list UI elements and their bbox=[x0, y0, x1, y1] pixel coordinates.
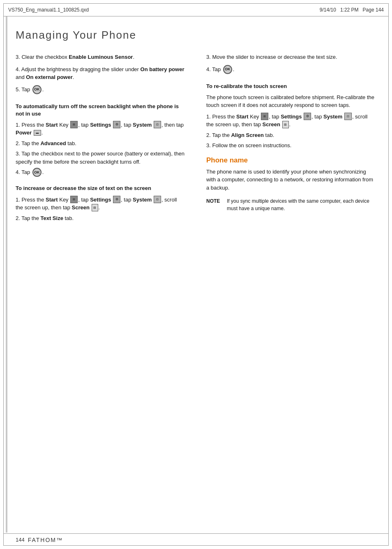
top-bar: VS750_Eng_manual1.1_100825.qxd 9/14/10 1… bbox=[3, 3, 389, 16]
left-s1-item-3: 3. Tap the checkbox next to the power so… bbox=[16, 150, 186, 166]
start-icon-2: ⊞ bbox=[70, 196, 78, 203]
phone-name-body: The phone name is used to identify your … bbox=[206, 168, 376, 192]
start-icon: ⊞ bbox=[70, 121, 78, 128]
two-column-layout: 3. Clear the checkbox Enable Luminous Se… bbox=[16, 53, 376, 225]
note-text: If you sync multiple devices with the sa… bbox=[227, 197, 376, 212]
left-column: 3. Clear the checkbox Enable Luminous Se… bbox=[16, 53, 190, 225]
settings-icon: ⚙ bbox=[113, 121, 120, 128]
section1-heading-right: To re-calibrate the touch screen bbox=[206, 83, 376, 90]
section2-heading-left: To increase or decrease the size of text… bbox=[16, 185, 186, 192]
power-icon: ▬ bbox=[34, 130, 41, 136]
page-content: Managing Your Phone 3. Clear the checkbo… bbox=[3, 16, 389, 533]
phone-name-heading: Phone name bbox=[206, 156, 376, 164]
brand-logo: FATHOM™ bbox=[28, 537, 63, 543]
right-item-4: 4. Tap OK. bbox=[206, 65, 376, 74]
ok-icon-3: OK bbox=[223, 65, 232, 74]
right-s1-item-3: 3. Follow the on screen instructions. bbox=[206, 141, 376, 150]
footer: 144 FATHOM™ bbox=[3, 533, 389, 546]
system-icon: ⊡ bbox=[154, 121, 161, 128]
left-s1-item-1: 1. Press the Start Key ⊞, tap Settings ⚙… bbox=[16, 121, 186, 137]
start-icon-3: ⊞ bbox=[261, 113, 268, 120]
right-item-3: 3. Move the slider to increase or decrea… bbox=[206, 53, 376, 61]
section1-heading-left: To automatically turn off the screen bac… bbox=[16, 103, 186, 118]
page-number: 144 bbox=[16, 537, 25, 543]
page-title: Managing Your Phone bbox=[16, 29, 376, 42]
screen-icon: ▤ bbox=[92, 204, 98, 211]
left-s2-item-1: 1. Press the Start Key ⊞, tap Settings ⚙… bbox=[16, 196, 186, 212]
left-item-3: 3. Clear the checkbox Enable Luminous Se… bbox=[16, 53, 186, 61]
right-column: 3. Move the slider to increase or decrea… bbox=[202, 53, 376, 225]
left-s1-item-4: 4. Tap OK. bbox=[16, 168, 186, 177]
date-time: 9/14/10 1:22 PM Page 144 bbox=[320, 7, 384, 13]
left-s2-item-2: 2. Tap the Text Size tab. bbox=[16, 214, 186, 222]
system-icon-2: ⊡ bbox=[154, 196, 161, 203]
right-s1-item-2: 2. Tap the Align Screen tab. bbox=[206, 131, 376, 139]
screen-icon-2: ▤ bbox=[282, 121, 289, 128]
ok-icon: OK bbox=[32, 85, 42, 94]
recalibrate-body: The phone touch screen is calibrated bef… bbox=[206, 93, 376, 109]
note-label: NOTE bbox=[206, 197, 223, 212]
settings-icon-3: ⚙ bbox=[304, 113, 311, 120]
ok-icon-2: OK bbox=[32, 168, 42, 177]
note-block: NOTE If you sync multiple devices with t… bbox=[206, 197, 376, 212]
system-icon-3: ⊡ bbox=[344, 113, 352, 120]
settings-icon-2: ⚙ bbox=[113, 196, 120, 203]
filename: VS750_Eng_manual1.1_100825.qxd bbox=[8, 7, 89, 13]
right-s1-item-1: 1. Press the Start Key ⊞, tap Settings ⚙… bbox=[206, 113, 376, 129]
left-item-5: 5. Tap OK. bbox=[16, 86, 186, 95]
left-item-4: 4. Adjust the brightness by dragging the… bbox=[16, 65, 186, 81]
left-s1-item-2: 2. Tap the Advanced tab. bbox=[16, 139, 186, 148]
